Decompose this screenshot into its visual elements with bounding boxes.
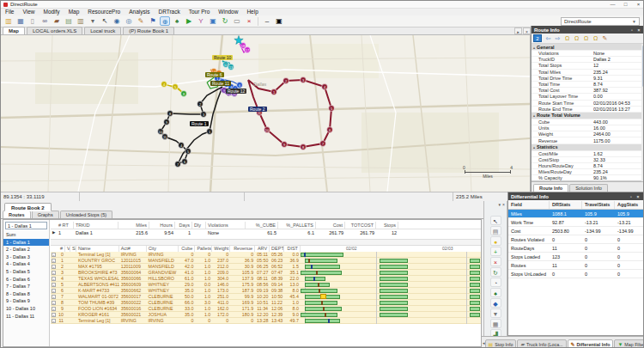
route-list-item-10-dallas-10[interactable]: 10 - Dallas 10	[3, 305, 49, 313]
tab-local-orders-xls[interactable]: LOCAL orders.XLS	[27, 27, 82, 34]
menu-analysis[interactable]: Analysis	[125, 9, 154, 15]
tab-unloaded-stops-5[interactable]: Unloaded Stops (5)	[60, 211, 112, 218]
binoculars-icon[interactable]: ∞	[39, 16, 50, 26]
stop-marker[interactable]: 7	[320, 141, 326, 147]
maximize-button[interactable]: □	[619, 1, 632, 8]
column-header-miles[interactable]: Miles	[118, 222, 149, 229]
tab-differential-info[interactable]: ✎Differential Info	[568, 339, 614, 348]
globe-icon[interactable]: ⊕	[160, 16, 170, 26]
add-stop-icon[interactable]: +	[490, 247, 501, 256]
route-list-item-4-dallas-4[interactable]: 4 - Dallas 4	[3, 260, 49, 268]
tab-map-filter-unl[interactable]: ▼Map Filter - Unl...	[614, 339, 644, 348]
section-route-total-volume[interactable]: ▴Route Total Volume	[532, 113, 644, 119]
stop-marker[interactable]: 13	[228, 64, 234, 70]
stop-marker[interactable]: 6	[182, 159, 188, 165]
clock-icon[interactable]: ◔	[490, 278, 501, 287]
routes-table-row[interactable]: ▶1Dallas 1215.69:541None61.56.1261.79261…	[51, 229, 481, 236]
prev-route-icon[interactable]: ⇦	[544, 34, 553, 43]
column-header-trkid[interactable]: TRKID	[74, 222, 118, 229]
map-card-icon[interactable]: ▤	[64, 16, 74, 26]
menu-map[interactable]: Map	[64, 9, 84, 15]
stop-marker[interactable]: 2	[283, 78, 289, 84]
row-expander[interactable]: +	[51, 288, 57, 294]
strip-close-icon[interactable]: ×	[502, 202, 505, 207]
route-list-item-11-dallas-11[interactable]: 11 - Dallas 11	[3, 313, 49, 321]
menu-view[interactable]: View	[18, 9, 39, 15]
stop-marker[interactable]: 5	[185, 149, 191, 155]
solve-play-icon[interactable]: ▶	[184, 16, 194, 26]
stop-marker[interactable]: 9	[282, 142, 288, 148]
filter-icon[interactable]: ▼	[490, 308, 501, 318]
menu-modify[interactable]: Modify	[39, 9, 64, 15]
table-row[interactable]: Routes1100	[508, 261, 644, 270]
table-row[interactable]: Miles1088.1105.9105.9	[508, 210, 644, 218]
stop-marker[interactable]: 4	[179, 143, 185, 149]
column-header-totcost[interactable]: TOTCOST	[345, 222, 376, 229]
unlock-all-icon[interactable]: Ω	[592, 34, 600, 43]
lock-all-icon[interactable]: Ω	[582, 34, 591, 43]
column-header-hours[interactable]: Hours	[149, 222, 175, 229]
route-filter-combo[interactable]: 1 - Dallas 1	[5, 222, 47, 229]
route-book-tab[interactable]: Route Book 2	[4, 203, 52, 211]
stop-tree-icon[interactable]: ♠	[172, 16, 182, 26]
row-expander[interactable]: +	[51, 276, 57, 282]
table-row[interactable]: Cost2503.80-134.99-134.99	[508, 227, 644, 235]
close-panel-button[interactable]: ×	[635, 27, 642, 33]
tab-truck-info-loca[interactable]: ▰Truck Info (Loca...	[517, 339, 566, 348]
route-list-item-sum[interactable]: Sum	[3, 231, 49, 239]
select-pointer-icon[interactable]: ↖	[100, 16, 110, 26]
edit-route-icon[interactable]: ✎	[601, 34, 610, 43]
stop-marker[interactable]: 6	[327, 127, 333, 133]
note-icon[interactable]: ▤	[490, 226, 501, 235]
section-general[interactable]: ▴General	[532, 44, 644, 51]
stop-marker[interactable]: 3	[301, 77, 307, 83]
column-header-rt[interactable]: # RT	[57, 222, 74, 229]
stop-marker[interactable]: 1	[207, 129, 213, 135]
route-selector[interactable]: 2	[533, 34, 542, 42]
tab-map[interactable]: Map	[3, 27, 25, 34]
table-row[interactable]: +11Terminal Leg [1]IRVINGIRVING000013:28…	[51, 318, 481, 324]
select-pointer-icon[interactable]: ↖	[490, 216, 501, 225]
remove-stop-icon[interactable]: ×	[490, 257, 501, 266]
exit-icon[interactable]: ×	[244, 16, 254, 26]
route-list-item-9-dallas-9[interactable]: 9 - Dallas 9	[3, 297, 49, 305]
stop-marker[interactable]: 2	[197, 101, 204, 107]
stop-marker[interactable]: 7	[175, 162, 181, 168]
stop-marker[interactable]: 11	[162, 134, 168, 140]
lock-route-icon[interactable]: Ω	[563, 34, 572, 43]
grid-icon[interactable]: ▦	[490, 319, 501, 328]
clipboard-icon[interactable]: ▯	[27, 16, 38, 26]
tab-solution-info[interactable]: Solution Info	[569, 184, 608, 192]
tab-stop-info[interactable]: ▤Stop Info	[485, 339, 517, 348]
zoom-area-icon[interactable]: ◎	[124, 16, 134, 26]
caret-down-icon[interactable]: ▾	[88, 16, 98, 26]
recycle-icon[interactable]: ↻	[490, 267, 501, 277]
column-header-cost[interactable]: Cost	[316, 222, 345, 229]
menu-file[interactable]: File	[1, 9, 18, 15]
route-list-item-1-dallas-1[interactable]: 1 - Dallas 1	[3, 239, 49, 247]
column-header-cube[interactable]: %_CUBE	[246, 222, 278, 229]
stop-marker[interactable]: 5	[329, 106, 335, 112]
row-expander[interactable]: +	[51, 252, 57, 258]
tab-route-info[interactable]: Route Info	[533, 184, 568, 192]
network-icon[interactable]: Y	[196, 16, 206, 26]
stop-marker[interactable]: 4	[161, 82, 167, 88]
menu-drtrack[interactable]: DRTrack	[154, 9, 184, 15]
route-list-item-8-dallas-8[interactable]: 8 - Dallas 8	[3, 290, 49, 298]
stop-marker[interactable]: 4	[322, 84, 328, 90]
collapse-panel-button[interactable]: –	[262, 16, 272, 26]
zoom-in-icon[interactable]: ◉	[112, 16, 122, 26]
profile-select[interactable]: DirectRoute ▼	[561, 17, 640, 26]
stop-marker[interactable]: 8	[167, 111, 173, 117]
menu-tour-pro[interactable]: Tour Pro	[185, 9, 215, 15]
stop-marker[interactable]: 10	[158, 129, 164, 135]
pin-button[interactable]: ▫	[628, 194, 635, 199]
table-row[interactable]: Routes Violated000	[508, 235, 644, 244]
highlighter-icon[interactable]: ✎	[136, 16, 146, 26]
strip-collapse-icon[interactable]: ▾	[499, 202, 501, 207]
tab-local-truck[interactable]: Local truck	[84, 27, 121, 34]
row-expander[interactable]: +	[51, 300, 57, 306]
tab-close-button[interactable]: ×	[523, 27, 531, 34]
pin-button[interactable]: ▫	[629, 27, 635, 33]
close-panel-button[interactable]: ×	[635, 194, 641, 199]
